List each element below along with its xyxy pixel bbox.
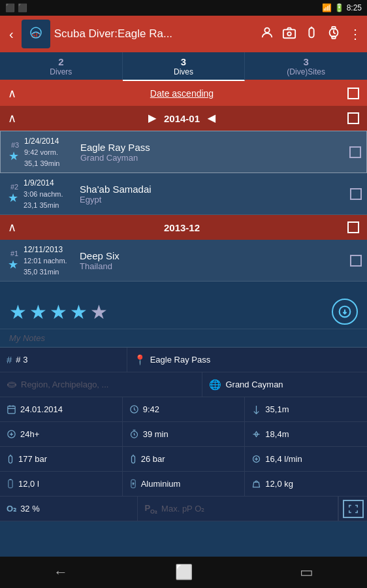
nav-action-icons: ⋮ — [260, 25, 362, 43]
detail-max-ppo2: PO₂ Max. pP O₂ — [138, 497, 338, 521]
detail-start-pressure: 177 bar — [0, 447, 123, 471]
dive-date-3: 1/24/2014 — [24, 135, 76, 147]
surface-interval-value: 24h+ — [20, 429, 39, 439]
back-button[interactable]: ‹ — [5, 24, 18, 44]
dive-site-2: Sha'ab Samadai — [80, 184, 347, 195]
detail-max-depth: 35,1m — [245, 397, 367, 421]
nav-title: Scuba Diver:Eagle Ra... — [54, 27, 256, 41]
dive-star-2[interactable]: ★ — [8, 191, 24, 205]
detail-tank-volume: 12,0 l — [0, 472, 123, 496]
tab-divesites[interactable]: 3 (Dive)Sites — [245, 52, 367, 80]
notes-section[interactable]: My Notes — [0, 329, 367, 348]
detail-row-datetime: 24.01.2014 9:42 35,1m — [0, 397, 367, 422]
status-left-icons: ⬛ ⬛ — [5, 3, 27, 12]
watch-icon[interactable] — [327, 25, 341, 43]
home-nav-button[interactable]: ⬜ — [175, 564, 193, 581]
tank-volume-value: 12,0 l — [18, 479, 39, 489]
date-value: 24.01.2014 — [20, 404, 63, 414]
dives-count: 3 — [181, 56, 186, 67]
detail-row-site: # # 3 📍 Eagle Ray Pass — [0, 348, 367, 372]
notes-placeholder: My Notes — [9, 333, 45, 343]
star-1[interactable]: ★ — [9, 301, 27, 323]
recent-nav-button[interactable]: ▭ — [300, 564, 313, 581]
dive-number-3: #3 — [6, 141, 24, 149]
detail-country: 🌐 Grand Cayman — [202, 372, 367, 397]
dive-checkbox-3[interactable] — [349, 146, 361, 158]
month-collapse-chevron-2[interactable]: ∧ — [8, 220, 16, 235]
dive-location-2: Sha'ab Samadai Egypt — [76, 184, 347, 204]
tank-weight-value: 12,0 kg — [265, 479, 293, 489]
divers-label: Divers — [50, 67, 72, 76]
star-5[interactable]: ★ — [90, 301, 108, 323]
dive-country-1: Thailand — [80, 261, 347, 271]
star-3[interactable]: ★ — [50, 301, 67, 323]
month-checkbox-2013-12[interactable] — [347, 221, 359, 233]
dive-checkbox-1[interactable] — [350, 255, 362, 267]
sort-bar[interactable]: ∧ Date ascending — [0, 81, 367, 106]
tank-icon[interactable] — [304, 25, 319, 43]
back-nav-button[interactable]: ← — [54, 564, 68, 581]
svg-text:?: ? — [132, 482, 134, 485]
svg-point-5 — [287, 32, 291, 36]
month-checkbox-2014-01[interactable] — [347, 112, 359, 124]
dive-stats-2: 1/9/2014 3:06 nachm. 23,1 35min — [24, 177, 76, 210]
dive-time-1: 12:01 nachm. — [24, 255, 76, 267]
detail-row-tank: 12,0 l ? Aluminium 12,0 kg — [0, 472, 367, 497]
surface-icon — [7, 429, 16, 439]
dive-time-3: 9:42 vorm. — [24, 147, 76, 158]
month-header-2014-01[interactable]: ∧ ▶ 2014-01 ◀ — [0, 106, 367, 131]
more-icon[interactable]: ⋮ — [349, 26, 362, 42]
star-2[interactable]: ★ — [29, 301, 47, 323]
nav-bar: ‹ SD Scuba Diver:Eagle Ra... — [0, 16, 367, 52]
material-icon: ? — [129, 479, 137, 489]
svg-rect-19 — [8, 480, 12, 488]
app-logo: SD — [22, 20, 50, 48]
spacer — [0, 282, 367, 292]
calendar-icon — [7, 404, 16, 414]
star-4[interactable]: ★ — [70, 301, 88, 323]
o2-value: 32 % — [20, 504, 40, 514]
dives-label: Dives — [174, 67, 193, 76]
svg-rect-4 — [283, 29, 295, 38]
detail-duration: 39 min — [123, 422, 246, 446]
sort-checkbox[interactable] — [347, 88, 359, 99]
stars-display[interactable]: ★ ★ ★ ★ ★ — [9, 301, 108, 323]
location-pin-icon: 📍 — [134, 354, 146, 366]
app-icon-small: ⬛ — [5, 3, 15, 12]
air-consumption-value: 16,4 l/min — [265, 454, 302, 464]
detail-air-consumption: 16,4 l/min — [245, 447, 367, 471]
notification-icon: ⬛ — [18, 3, 27, 12]
month-prev-arrow[interactable]: ▶ — [148, 112, 156, 124]
dive-depth-duration-2: 23,1 35min — [24, 200, 76, 211]
tab-divers[interactable]: 2 Divers — [0, 52, 123, 80]
status-bar: ⬛ ⬛ 📶 🔋 8:25 — [0, 0, 367, 16]
sort-collapse-chevron[interactable]: ∧ — [8, 86, 16, 101]
camera-icon[interactable] — [282, 25, 296, 43]
tab-bar: 2 Divers 3 Dives 3 (Dive)Sites — [0, 52, 367, 81]
dive-checkbox-2[interactable] — [350, 188, 362, 200]
dive-item-3[interactable]: #3 ★ 1/24/2014 9:42 vorm. 35,1 39min Eag… — [0, 131, 367, 173]
detail-avg-depth: 18,4m — [245, 422, 367, 446]
dive-location-3: Eagle Ray Pass Grand Cayman — [76, 142, 347, 163]
sort-label[interactable]: Date ascending — [16, 88, 347, 99]
dive-star-3[interactable]: ★ — [8, 149, 24, 163]
dive-item-1[interactable]: #1 ★ 12/11/2013 12:01 nachm. 35,0 31min … — [0, 240, 367, 282]
detail-time: 9:42 — [123, 397, 246, 421]
tab-dives[interactable]: 3 Dives — [123, 52, 246, 81]
month-collapse-chevron[interactable]: ∧ — [8, 111, 16, 125]
person-icon[interactable] — [260, 25, 274, 43]
dive-location-1: Deep Six Thailand — [76, 250, 347, 271]
dive-star-1[interactable]: ★ — [8, 257, 24, 272]
month-next-arrow[interactable]: ◀ — [208, 112, 215, 124]
dive-depth-duration-3: 35,1 39min — [24, 158, 76, 169]
svg-rect-17 — [131, 456, 135, 463]
download-button[interactable] — [332, 299, 358, 325]
status-right-icons: 📶 🔋 8:25 — [322, 3, 362, 12]
month-header-2013-12[interactable]: ∧ 2013-12 — [0, 215, 367, 240]
divers-count: 2 — [58, 56, 63, 67]
dive-item-2[interactable]: #2 ★ 1/9/2014 3:06 nachm. 23,1 35min Sha… — [0, 173, 367, 215]
expand-button[interactable] — [343, 500, 364, 518]
month-title-2014-01: ▶ 2014-01 ◀ — [16, 112, 347, 124]
detail-surface-interval: 24h+ — [0, 422, 123, 446]
svg-point-3 — [264, 27, 269, 32]
